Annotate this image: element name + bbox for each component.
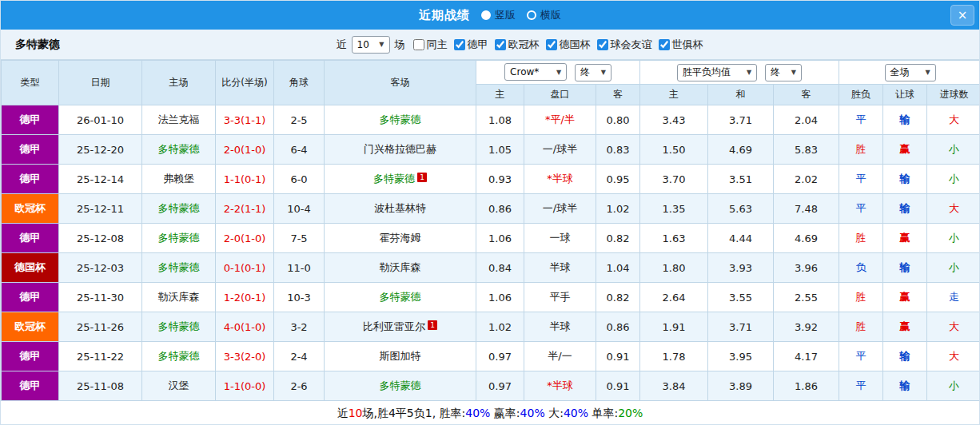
goals-cell: 大	[927, 312, 980, 342]
radio-unselected-icon	[527, 10, 536, 20]
checkbox-icon[interactable]	[597, 39, 608, 50]
goals-cell: 大	[927, 342, 980, 371]
result-cell: 平	[839, 371, 883, 401]
corner-score: 10-3	[274, 283, 325, 312]
goals-cell: 小	[927, 253, 980, 283]
layout-option-horizontal[interactable]: 横版	[527, 8, 561, 22]
chevron-down-icon: ▼	[379, 41, 384, 48]
away-team-cell: 斯图加特	[325, 342, 476, 371]
away-team-cell: 波杜基林特	[325, 194, 476, 224]
odds-home: 0.93	[476, 165, 524, 194]
table-row: 德甲 25-11-08 汉堡 1-1(0-0) 2-6 多特蒙德 0.97 *半…	[2, 371, 980, 401]
odds-time-select[interactable]: 终 ▼	[575, 64, 612, 81]
games-label: 场	[395, 38, 405, 52]
odds-away: 0.83	[596, 135, 640, 165]
result-cell: 平	[839, 194, 883, 224]
corner-score: 11-0	[274, 253, 325, 283]
home-team: 多特蒙德	[142, 253, 216, 283]
filter-checkbox[interactable]: 德甲	[454, 38, 488, 52]
goals-cell: 小	[927, 224, 980, 253]
corner-score: 2-4	[274, 342, 325, 371]
odds-away: 0.80	[596, 105, 640, 135]
filter-checkbox[interactable]: 欧冠杯	[495, 38, 540, 52]
match-count-value: 10	[357, 39, 369, 50]
match-score: 3-3(2-0)	[216, 342, 274, 371]
close-button[interactable]: ×	[950, 5, 974, 26]
match-score: 3-3(1-1)	[216, 105, 274, 135]
layout-option-vertical[interactable]: 竖版	[481, 8, 516, 22]
avg-draw-odds: 4.44	[708, 224, 774, 253]
avg-home-odds: 1.63	[640, 224, 708, 253]
checkbox-icon[interactable]	[495, 39, 506, 50]
avg-draw-odds: 3.71	[708, 312, 774, 342]
odds-company-select[interactable]: Crow* ▼	[504, 63, 567, 81]
checkbox-label: 德甲	[468, 38, 488, 52]
col-header-type: 类型	[2, 61, 59, 105]
avg-away-odds: 4.17	[774, 342, 839, 371]
filter-checkbox[interactable]: 球会友谊	[597, 38, 652, 52]
avg-type-select[interactable]: 胜平负均值 ▼	[677, 64, 757, 81]
results-table: 类型 日期 主场 比分(半场) 角球 客场 Crow* ▼ 终 ▼	[1, 60, 980, 401]
match-date: 25-11-30	[59, 283, 142, 312]
table-row: 德甲 25-12-08 多特蒙德 2-0(1-0) 7-5 霍芬海姆 1.06 …	[2, 224, 980, 253]
avg-away-odds: 2.02	[774, 165, 839, 194]
table-row: 欧冠杯 25-12-11 多特蒙德 2-2(1-1) 10-4 波杜基林特 0.…	[2, 194, 980, 224]
handicap-line: 一/球半	[524, 135, 596, 165]
avg-select-cell: 胜平负均值 ▼ 终 ▼	[640, 61, 839, 85]
recent-results-window: 近期战绩 竖版 横版 × 多特蒙德 近 10 ▼ 场 同主德甲欧冠杯德国杯球会友…	[0, 0, 980, 425]
close-icon: ×	[958, 8, 968, 22]
avg-time-select[interactable]: 终 ▼	[765, 64, 802, 81]
col-header-avg-away: 客	[774, 85, 839, 105]
odds-away: 0.82	[596, 283, 640, 312]
avg-home-odds: 3.43	[640, 105, 708, 135]
checkbox-icon[interactable]	[454, 39, 465, 50]
away-team-cell: 霍芬海姆	[325, 224, 476, 253]
summary-line: 近10场,胜4平5负1, 胜率:40% 赢率:40% 大:40% 单率:20%	[337, 407, 643, 421]
scope-value: 全场	[890, 66, 910, 79]
match-score: 0-1(0-1)	[216, 253, 274, 283]
away-team: 多特蒙德	[380, 379, 421, 391]
avg-away-odds: 1.86	[774, 371, 839, 401]
col-header-home: 主场	[142, 61, 216, 105]
filter-checkbox[interactable]: 世俱杯	[659, 38, 703, 52]
checkbox-label: 球会友谊	[611, 38, 652, 52]
goals-cell: 小	[927, 165, 980, 194]
odds-away: 1.02	[596, 194, 640, 224]
filter-bar: 多特蒙德 近 10 ▼ 场 同主德甲欧冠杯德国杯球会友谊世俱杯	[1, 30, 979, 60]
result-cell: 胜	[839, 135, 883, 165]
avg-type-value: 胜平负均值	[683, 66, 731, 79]
handicap-line: 半/一	[524, 342, 596, 371]
summary-segment: 近	[337, 407, 349, 419]
layout-option-label: 横版	[540, 8, 561, 22]
checkbox-icon[interactable]	[659, 39, 670, 50]
col-header-avg-home: 主	[640, 85, 708, 105]
checkbox-icon[interactable]	[413, 39, 424, 50]
checkbox-icon[interactable]	[546, 39, 557, 50]
away-team-cell: 勒沃库森	[325, 253, 476, 283]
filter-checkbox[interactable]: 德国杯	[546, 38, 591, 52]
filter-controls: 近 10 ▼ 场 同主德甲欧冠杯德国杯球会友谊世俱杯	[60, 36, 979, 54]
chevron-down-icon: ▼	[601, 69, 606, 76]
scope-select[interactable]: 全场 ▼	[885, 64, 936, 81]
odds-time-value: 终	[580, 66, 590, 79]
summary-segment: 40%	[564, 407, 588, 419]
avg-away-odds: 2.04	[774, 105, 839, 135]
col-header-result: 胜负	[839, 85, 883, 105]
avg-home-odds: 1.91	[640, 312, 708, 342]
home-team: 多特蒙德	[142, 135, 216, 165]
match-date: 25-12-20	[59, 135, 142, 165]
radio-selected-icon	[481, 10, 491, 20]
home-team: 法兰克福	[142, 105, 216, 135]
summary-segment: 40%	[465, 407, 490, 419]
home-team: 勒沃库森	[142, 283, 216, 312]
league-badge: 德甲	[2, 342, 59, 371]
let-ball-cell: 输	[883, 253, 927, 283]
col-header-odds-home: 主	[476, 85, 524, 105]
match-count-select[interactable]: 10 ▼	[352, 36, 390, 54]
away-team: 多特蒙德	[380, 113, 421, 125]
chevron-down-icon: ▼	[747, 69, 751, 76]
away-team: 勒沃库森	[380, 261, 421, 273]
filter-checkbox[interactable]: 同主	[413, 38, 448, 52]
odds-home: 1.06	[476, 283, 524, 312]
let-ball-cell: 输	[883, 105, 927, 135]
